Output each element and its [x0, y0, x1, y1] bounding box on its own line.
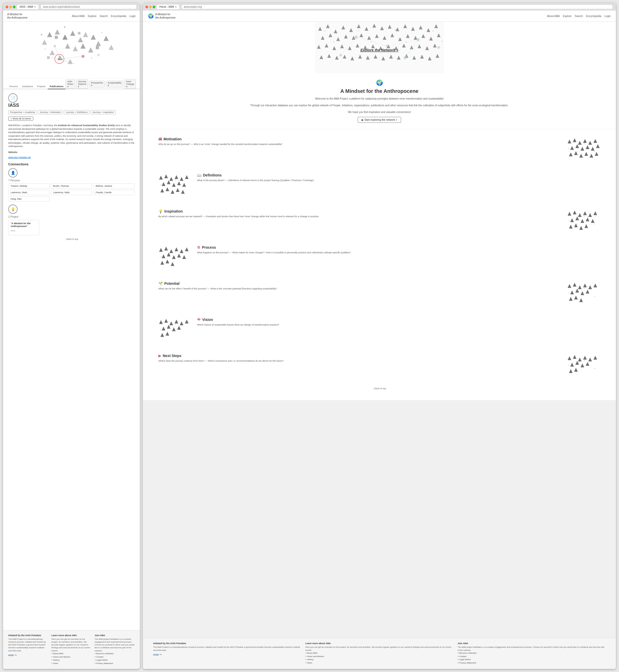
footer-link-legal-right[interactable]: » Legal Notice — [458, 658, 606, 661]
nav-explore-left[interactable]: Explore — [88, 15, 96, 17]
svg-marker-209 — [159, 320, 163, 324]
svg-marker-3 — [42, 40, 47, 45]
nav-about-left[interactable]: About AMA — [72, 15, 85, 17]
person-card-4[interactable]: Lawrence, Mark — [51, 190, 92, 195]
tab-label-right: Home - AMA — [159, 5, 174, 8]
journey-process-content: ⚙ Process What happens on the journey? —… — [192, 245, 601, 255]
svg-marker-131 — [596, 144, 600, 148]
svg-marker-154 — [171, 190, 175, 194]
filter-inner-change[interactable]: Inner Change ▾ — [124, 79, 136, 89]
person-card-5[interactable]: Fraudo, Carolin — [93, 190, 135, 195]
site-logo-container-right: 🌍 A Mindset forthe Anthropocene — [148, 13, 176, 19]
tag-journey-inspiration[interactable]: Journey > Inspiration — [90, 110, 116, 114]
browser-tab-left[interactable]: IASS - AMA × — [17, 5, 39, 9]
nav-search-right[interactable]: Search — [575, 15, 583, 17]
nav-about-right[interactable]: About AMA — [547, 15, 560, 17]
minimize-dot-right[interactable] — [149, 6, 152, 8]
footer-link-vision-right[interactable]: » Vision and Mission — [305, 655, 454, 658]
left-browser-window: IASS - AMA × ama-project.org/institution… — [3, 3, 140, 669]
filter-journey[interactable]: Journey Stations ▾ — [76, 79, 88, 89]
back-to-top-left[interactable]: ↑ Back to top — [8, 235, 135, 243]
person-card-1[interactable]: Bruhn, Thomas — [51, 184, 92, 189]
address-bar-left[interactable]: ama-project.org/institutions/iass/ — [41, 5, 136, 9]
footer-link-member-left[interactable]: » Become a Member — [95, 652, 135, 656]
inspiration-heading: 💡 Inspiration — [158, 209, 562, 213]
minimize-dot[interactable] — [9, 6, 12, 8]
tab-close-right[interactable]: × — [175, 5, 177, 8]
tab-close-left[interactable]: × — [34, 5, 36, 8]
maximize-dot[interactable] — [13, 6, 15, 8]
nav-login-left[interactable]: Login — [130, 15, 136, 17]
website-link[interactable]: www.iass-potsdam.de — [8, 156, 31, 159]
footer-link-about-left[interactable]: » About AMA — [51, 652, 91, 656]
nav-search-left[interactable]: Search — [99, 15, 108, 17]
svg-marker-125 — [594, 139, 597, 143]
close-dot-right[interactable] — [145, 6, 148, 8]
person-card-6[interactable]: Fang, Man — [8, 196, 50, 201]
tag-journey-motivation[interactable]: Journey > Motivation — [38, 110, 63, 114]
footer-link-team-left[interactable]: » Team — [51, 662, 91, 665]
svg-marker-216 — [167, 325, 170, 329]
footer-link-privacy-left[interactable]: » Privacy Statement — [95, 662, 135, 665]
person-card-3[interactable]: Lawrence, Mark — [8, 190, 50, 195]
footer-link-team-right[interactable]: » Team — [305, 661, 454, 665]
svg-marker-153 — [165, 187, 169, 191]
back-to-top-right[interactable]: ↑ Back to top — [158, 385, 601, 392]
svg-point-31 — [97, 54, 100, 56]
tag-perspective[interactable]: Perspective > Academia — [8, 110, 37, 114]
svg-marker-187 — [182, 255, 186, 259]
start-exploring-button[interactable]: ▶ Start exploring the network » — [358, 117, 401, 123]
tab-persons[interactable]: Persons — [7, 84, 20, 89]
footer-link-about-right[interactable]: » About AMA — [305, 652, 454, 655]
svg-marker-195 — [578, 285, 581, 289]
nav-login-right[interactable]: Login — [605, 15, 611, 17]
svg-marker-165 — [570, 218, 574, 222]
footer-link-privacy-right[interactable]: » Privacy Statement — [458, 661, 606, 665]
svg-text:+: + — [395, 28, 396, 31]
process-desc: What happens on the journey? — What make… — [197, 251, 601, 255]
tag-journey-definitions[interactable]: Journey > Definitions — [64, 110, 89, 114]
maximize-dot-right[interactable] — [153, 6, 155, 8]
nav-encyclopedia-left[interactable]: Encyclopedia — [111, 15, 126, 17]
svg-marker-127 — [575, 144, 579, 148]
svg-marker-147 — [162, 182, 165, 186]
person-card-0[interactable]: Travers, Melody — [8, 184, 50, 189]
svg-marker-144 — [175, 175, 178, 179]
close-dot[interactable] — [6, 6, 8, 8]
svg-text:+: + — [101, 31, 102, 34]
person-card-2[interactable]: Böhme, Jessica — [93, 184, 135, 189]
nav-explore-right[interactable]: Explore — [563, 15, 571, 17]
footer-link-contact-left[interactable]: » Contact — [95, 656, 135, 659]
svg-text:+: + — [41, 33, 43, 37]
tab-projects[interactable]: Projects — [35, 84, 48, 89]
process-nodes: + + — [158, 245, 192, 271]
footer-link-history-left[interactable]: » History — [51, 659, 91, 662]
svg-line-34 — [59, 59, 75, 64]
filter-ama-roles[interactable]: AMA Roles ▾ — [66, 79, 75, 89]
footer-col2-left: Learn more about AMA Here you can get an… — [51, 634, 91, 665]
browser-dots-right — [145, 6, 155, 8]
tab-publications[interactable]: Publications — [48, 84, 66, 89]
filter-perspective[interactable]: Perspective ▾ — [89, 81, 105, 87]
nav-encyclopedia-right[interactable]: Encyclopedia — [586, 15, 601, 17]
tab-institutions[interactable]: Institutions — [20, 84, 35, 89]
footer-link-member-right[interactable]: » Become a Member — [458, 652, 606, 655]
tabs-bar-left: Persons Institutions Projects Publicatio… — [3, 78, 140, 89]
footer-link-history-right[interactable]: » History — [305, 658, 454, 661]
svg-marker-4 — [70, 31, 75, 36]
svg-marker-14 — [104, 36, 109, 41]
filter-sustainability[interactable]: Sustainability ▾ — [106, 81, 123, 87]
address-bar-right[interactable]: ama-project.org — [182, 5, 612, 9]
footer-link-vision-left[interactable]: » Vision and Mission — [51, 656, 91, 659]
footer-link-legal-left[interactable]: » Legal Notice — [95, 659, 135, 662]
project-card[interactable]: "A Mindset for the Anthropocene" 2016 - — [8, 220, 39, 235]
ama-large-icon: 🌍 — [174, 79, 585, 86]
svg-marker-190 — [171, 262, 175, 266]
footer-link-contact-right[interactable]: » Contact — [458, 655, 606, 658]
svg-marker-173 — [584, 224, 588, 228]
browser-chrome-right: Home - AMA × ama-project.org — [143, 3, 616, 11]
show-all-terms-button[interactable]: + Show all 10 terms — [8, 117, 33, 121]
svg-marker-201 — [580, 291, 584, 295]
browser-tab-right[interactable]: Home - AMA × — [157, 5, 179, 9]
svg-marker-8 — [65, 44, 70, 49]
